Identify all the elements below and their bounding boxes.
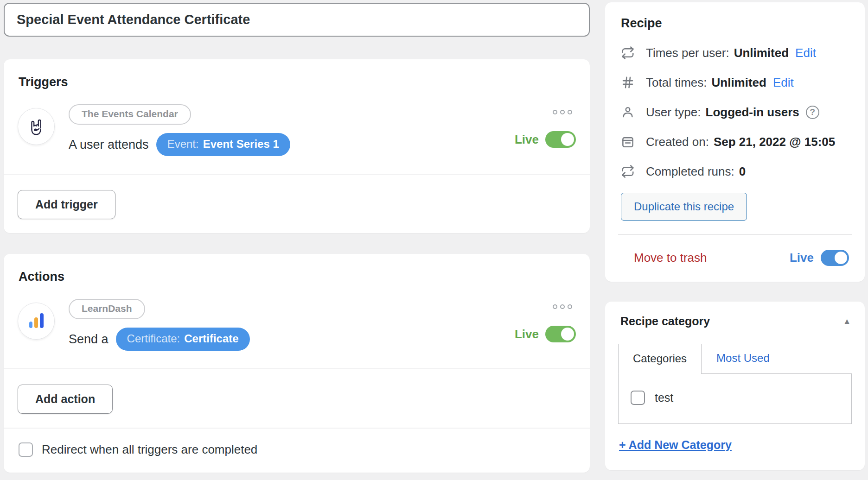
trigger-live-control: Live: [515, 131, 576, 148]
action-certificate-token[interactable]: Certificate: Certificate: [116, 328, 250, 351]
tab-most-used[interactable]: Most Used: [716, 352, 770, 373]
move-to-trash-link[interactable]: Move to trash: [634, 251, 707, 265]
times-per-user-row: Times per user: Unlimited Edit: [621, 45, 852, 60]
dot: [553, 110, 557, 114]
trigger-controls: Live: [515, 103, 576, 156]
total-times-row: Total times: Unlimited Edit: [621, 75, 852, 90]
trigger-item: The Events Calendar A user attends Event…: [4, 89, 590, 174]
category-test-checkbox[interactable]: [631, 391, 645, 405]
recipe-live-label: Live: [790, 251, 814, 265]
token-label: Event:: [167, 138, 199, 151]
dot: [568, 110, 572, 114]
user-type-help-icon[interactable]: ?: [806, 106, 819, 119]
category-item-label: test: [655, 391, 673, 404]
meta-label: Created on:: [646, 135, 709, 149]
recipe-category-panel: Recipe category ▲ Categories Most Used t…: [605, 302, 865, 470]
trigger-live-label: Live: [515, 133, 539, 147]
add-action-button[interactable]: Add action: [18, 385, 113, 414]
action-body: LearnDash Send a Certificate: Certificat…: [69, 298, 250, 351]
toggle-knob: [835, 252, 847, 264]
actions-heading: Actions: [4, 254, 590, 284]
triggers-heading: Triggers: [4, 59, 590, 89]
action-ellipsis-menu-icon[interactable]: [553, 304, 572, 309]
dot: [553, 304, 557, 309]
token-value: Certificate: [184, 332, 238, 345]
recipe-footer: Move to trash Live: [618, 250, 852, 268]
learndash-bars-icon: [25, 310, 47, 332]
tab-categories[interactable]: Categories: [618, 344, 702, 374]
action-sentence-text: Send a: [69, 332, 108, 347]
recipe-panel-divider: [618, 234, 852, 235]
recipe-live-control: Live: [790, 250, 849, 266]
trigger-integration-pill: The Events Calendar: [69, 104, 191, 125]
recipe-sidebar: Recipe Times per user: Unlimited Edit: [605, 2, 865, 470]
hash-icon: [621, 75, 637, 90]
token-label: Certificate:: [127, 332, 180, 345]
calendar-icon: [621, 134, 637, 149]
category-list-item: test: [631, 391, 842, 405]
collapse-up-arrow-icon[interactable]: ▲: [843, 317, 851, 325]
recipe-heading: Recipe: [621, 16, 852, 31]
trigger-body: The Events Calendar A user attends Event…: [69, 103, 290, 156]
dot: [568, 304, 572, 309]
category-tabs: Categories Most Used: [618, 344, 852, 373]
toggle-knob: [561, 328, 574, 341]
add-new-category-link[interactable]: + Add New Category: [619, 438, 732, 452]
toggle-knob: [561, 133, 574, 146]
redirect-checkbox-label: Redirect when all triggers are completed: [42, 442, 257, 457]
trigger-sentence: A user attends Event: Event Series 1: [69, 133, 290, 156]
triggers-panel: Triggers The Events Calendar: [4, 59, 590, 233]
action-live-label: Live: [515, 327, 539, 341]
action-live-control: Live: [515, 326, 576, 342]
trigger-ellipsis-menu-icon[interactable]: [553, 110, 572, 114]
category-heading: Recipe category: [620, 315, 710, 328]
meta-label: User type:: [646, 105, 701, 120]
user-icon: [621, 105, 637, 120]
recipe-main-column: Triggers The Events Calendar: [4, 3, 590, 473]
automator-recipe-editor: Triggers The Events Calendar: [0, 0, 868, 473]
meta-label: Completed runs:: [646, 164, 734, 179]
events-calendar-hand-icon: [26, 116, 47, 137]
trigger-live-toggle[interactable]: [545, 131, 576, 148]
action-live-toggle[interactable]: [545, 326, 576, 342]
meta-label: Total times:: [646, 76, 707, 90]
completed-runs-row: Completed runs: 0: [621, 164, 852, 179]
repeat-icon: [621, 164, 637, 179]
meta-value: Sep 21, 2022 @ 15:05: [714, 135, 835, 149]
action-sentence: Send a Certificate: Certificate: [69, 328, 250, 351]
dot: [560, 304, 565, 309]
meta-label: Times per user:: [646, 46, 729, 60]
actions-footer: Add action: [4, 369, 590, 428]
created-on-row: Created on: Sep 21, 2022 @ 15:05: [621, 134, 852, 149]
trigger-sentence-text: A user attends: [69, 138, 149, 152]
category-panel-header: Recipe category ▲: [620, 315, 851, 328]
recipe-title-input[interactable]: [4, 3, 590, 37]
actions-panel: Actions LearnDash Send a Certificate:: [4, 254, 590, 473]
meta-value: Logged-in users: [706, 105, 799, 120]
duplicate-recipe-button[interactable]: Duplicate this recipe: [621, 193, 747, 221]
token-value: Event Series 1: [203, 138, 279, 151]
times-per-user-edit-link[interactable]: Edit: [795, 46, 816, 60]
events-calendar-logo: [18, 108, 55, 145]
dot: [560, 110, 565, 114]
total-times-edit-link[interactable]: Edit: [773, 76, 794, 90]
redirect-checkbox[interactable]: [19, 442, 33, 457]
action-controls: Live: [515, 298, 576, 351]
meta-value: Unlimited: [734, 46, 789, 60]
action-integration-pill: LearnDash: [69, 299, 145, 319]
trigger-event-token[interactable]: Event: Event Series 1: [156, 133, 290, 156]
redirect-option-row: Redirect when all triggers are completed: [4, 429, 590, 473]
triggers-footer: Add trigger: [4, 175, 590, 233]
meta-value: Unlimited: [712, 76, 766, 90]
repeat-icon: [621, 45, 637, 60]
recipe-settings-panel: Recipe Times per user: Unlimited Edit: [605, 2, 865, 282]
learndash-logo: [18, 303, 55, 340]
user-type-row: User type: Logged-in users ?: [621, 105, 852, 120]
add-trigger-button[interactable]: Add trigger: [18, 190, 115, 219]
meta-value: 0: [739, 164, 746, 179]
category-list-box: test: [618, 373, 852, 424]
recipe-live-toggle[interactable]: [821, 250, 849, 266]
action-item: LearnDash Send a Certificate: Certificat…: [4, 284, 590, 368]
